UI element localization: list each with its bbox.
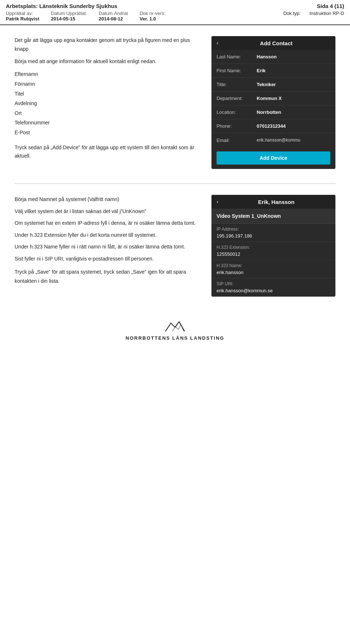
section2-para3: Om systemet har en extern IP-adress fyll… [15,219,197,228]
footer: NORRBOTTENS LÄNS LANDSTING [15,319,335,352]
created-by: Upprättat av: Patrik Rutqvist [6,11,39,22]
section2-para4: Under h.323 Extension fyller du i det ko… [15,231,197,240]
field-list: EfternamnFörnamnTitelAvdelningOrtTelefon… [15,69,197,137]
add-device-button[interactable]: Add Device [217,151,330,165]
device-field-value: erik.hansson@kommun.se [211,287,335,297]
header-meta: Upprättat av: Patrik Rutqvist Datum Uppr… [6,11,175,22]
section2-para6: Sist fyller ni i SIP URI, vanligtvis e-p… [15,254,197,263]
contact-row-label: Title: [217,82,257,87]
section2-text: Börja med Namnet på systemet (Valfritt n… [15,195,197,297]
main-content: Det går att lägga upp egna kontakter gen… [0,25,350,363]
header-right: Sida 4 (11) Dok.typ: Instruktion RP-D [175,3,344,16]
device-field-label: H.323 Name: [211,260,335,269]
back-arrow-icon[interactable]: ‹ [217,40,218,46]
field-item: Avdelning [15,99,197,108]
doc-type-label: Dok.typ: [283,11,301,16]
workplace-title: Arbetsplats: Länsteknik Sunderby Sjukhus [6,3,175,9]
device-field-value: 195.196.197.186 [211,232,335,242]
device-field-value: 125550012 [211,251,335,260]
device-fields: IP Address:195.196.197.186H.323 Extensio… [211,224,335,297]
panel-title: Add Contact [222,40,330,46]
field-item: Ort [15,108,197,118]
contact-row-label: First Name: [217,68,257,73]
header-left: Arbetsplats: Länsteknik Sunderby Sjukhus… [6,3,175,22]
device-field-label: H.323 Extension: [211,242,335,251]
page-header: Arbetsplats: Länsteknik Sunderby Sjukhus… [0,0,350,25]
contact-row-label: Last Name: [217,54,257,59]
contact-row-value: Norrbotten [257,109,330,115]
panel2-header: ‹ Erik, Hansson [211,195,335,209]
section1-para2: Börja med att ange information för aktue… [15,57,197,66]
contact-row-value: Hansson [257,54,330,59]
nll-logo-icon [164,319,186,333]
footer-logo-text: NORRBOTTENS LÄNS LANDSTING [126,335,225,341]
panel-body: Last Name:HanssonFirst Name:ErikTitle:Te… [211,50,335,147]
field-item: Titel [15,89,197,99]
contact-row: Email:erik.hansson@kommu [211,133,335,147]
section2-para1: Börja med Namnet på systemet (Valfritt n… [15,195,197,204]
date-changed: Datum Ändrat 2014-08-12 [99,11,128,22]
section-1: Det går att lägga upp egna kontakter gen… [15,36,335,169]
system-name: Video System 1_UnKnown [211,209,335,224]
panel-header: ‹ Add Contact [211,36,335,50]
contact-row-label: Phone: [217,123,257,129]
contact-row: Last Name:Hansson [211,50,335,64]
contact-row: First Name:Erik [211,64,335,78]
device-field-label: SIP URI: [211,278,335,287]
section-divider [15,184,335,184]
page-number: Sida 4 (11) [175,3,344,9]
date-created: Datum Upprättat: 2014-05-15 [51,11,87,22]
contact-row-value: 07012312344 [257,123,330,129]
field-item: Förnamn [15,79,197,89]
device-field-label: IP Address: [211,224,335,232]
section1-para3: Tryck sedan på „Add Device” för att lägg… [15,143,197,161]
section2-para2: Välj vilket system det är i listan sakna… [15,207,197,216]
contact-row: Title:Tekniker [211,78,335,92]
panel2-back-arrow-icon[interactable]: ‹ [217,198,218,205]
section1-text: Det går att lägga upp egna kontakter gen… [15,36,197,169]
add-contact-panel: ‹ Add Contact Last Name:HanssonFirst Nam… [211,36,335,169]
section2-para7: Tryck på „Save” för att spara systemet, … [15,267,197,285]
add-device-panel: ‹ Erik, Hansson Video System 1_UnKnown I… [211,195,335,297]
contact-row-value: Kommun X [257,96,330,101]
contact-row-value: erik.hansson@kommu [257,138,330,143]
footer-logo: NORRBOTTENS LÄNS LANDSTING [15,319,335,341]
section2-para5: Under h.323 Name fyller ni i rätt namn n… [15,242,197,251]
contact-row: Location:Norrbotten [211,105,335,119]
contact-row: Department:Kommun X [211,92,335,105]
field-item: Telefonnummer [15,118,197,128]
contact-row-label: Email: [217,138,257,143]
contact-row-label: Location: [217,109,257,115]
header-doc: Dok.typ: Instruktion RP-D [175,11,344,16]
panel2-title: Erik, Hansson [222,199,330,205]
field-item: Efternamn [15,69,197,79]
contact-row-value: Erik [257,68,330,73]
doc-type-value: Instruktion RP-D [310,11,344,16]
contact-row: Phone:07012312344 [211,119,335,133]
section1-para1: Det går att lägga upp egna kontakter gen… [15,36,197,54]
contact-row-value: Tekniker [257,82,330,87]
contact-row-label: Department: [217,96,257,101]
device-field-value: erik.hansson [211,269,335,278]
doc-nr: Dok nr-vers: Ver. 1.0 [140,11,166,22]
section-2: Börja med Namnet på systemet (Valfritt n… [15,195,335,297]
field-item: E-Post [15,128,197,138]
